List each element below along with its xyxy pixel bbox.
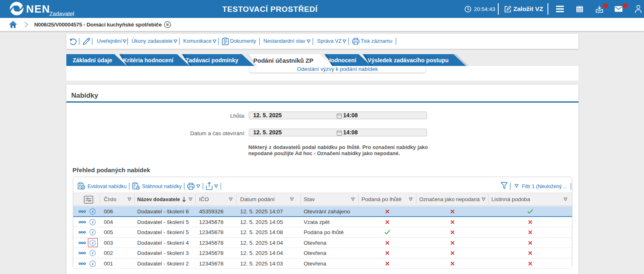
svg-text:i: i: [92, 219, 94, 224]
svg-text:i: i: [92, 209, 94, 214]
svg-text:i: i: [92, 230, 94, 235]
svg-text:i: i: [92, 261, 94, 266]
svg-text:i: i: [92, 250, 94, 255]
